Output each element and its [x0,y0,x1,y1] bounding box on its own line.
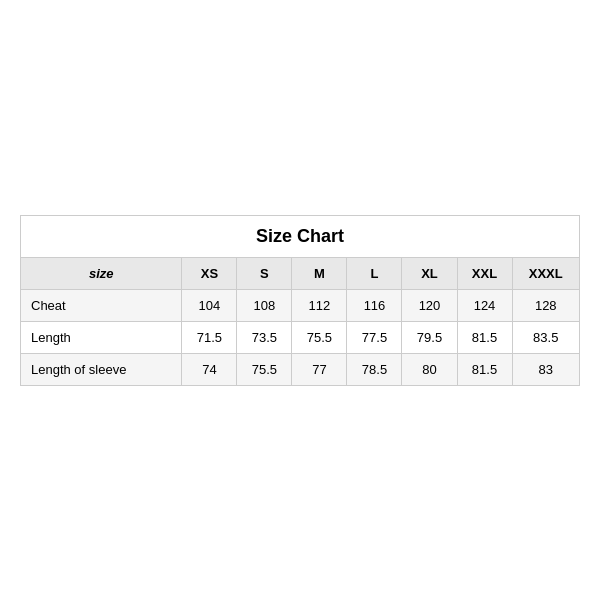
col-header-s: S [237,257,292,289]
cell-value: 128 [512,289,579,321]
cell-value: 81.5 [457,321,512,353]
row-label: Cheat [21,289,182,321]
size-chart-table: Size Chart size XS S M L XL XXL XXXL Che… [20,215,580,386]
table-body: Cheat104108112116120124128Length71.573.5… [21,289,580,385]
row-label: Length of sleeve [21,353,182,385]
col-header-size: size [21,257,182,289]
cell-value: 108 [237,289,292,321]
table-row: Length71.573.575.577.579.581.583.5 [21,321,580,353]
cell-value: 71.5 [182,321,237,353]
cell-value: 83.5 [512,321,579,353]
row-label: Length [21,321,182,353]
table-row: Cheat104108112116120124128 [21,289,580,321]
size-chart-container: Size Chart size XS S M L XL XXL XXXL Che… [20,215,580,386]
cell-value: 120 [402,289,457,321]
header-row: size XS S M L XL XXL XXXL [21,257,580,289]
cell-value: 75.5 [292,321,347,353]
cell-value: 112 [292,289,347,321]
cell-value: 73.5 [237,321,292,353]
table-title: Size Chart [21,215,580,257]
cell-value: 77 [292,353,347,385]
cell-value: 124 [457,289,512,321]
col-header-xxl: XXL [457,257,512,289]
table-row: Length of sleeve7475.57778.58081.583 [21,353,580,385]
cell-value: 81.5 [457,353,512,385]
cell-value: 104 [182,289,237,321]
cell-value: 80 [402,353,457,385]
col-header-xs: XS [182,257,237,289]
col-header-l: L [347,257,402,289]
cell-value: 79.5 [402,321,457,353]
col-header-xl: XL [402,257,457,289]
title-row: Size Chart [21,215,580,257]
cell-value: 116 [347,289,402,321]
col-header-xxxl: XXXL [512,257,579,289]
cell-value: 74 [182,353,237,385]
col-header-m: M [292,257,347,289]
cell-value: 78.5 [347,353,402,385]
cell-value: 75.5 [237,353,292,385]
cell-value: 77.5 [347,321,402,353]
cell-value: 83 [512,353,579,385]
